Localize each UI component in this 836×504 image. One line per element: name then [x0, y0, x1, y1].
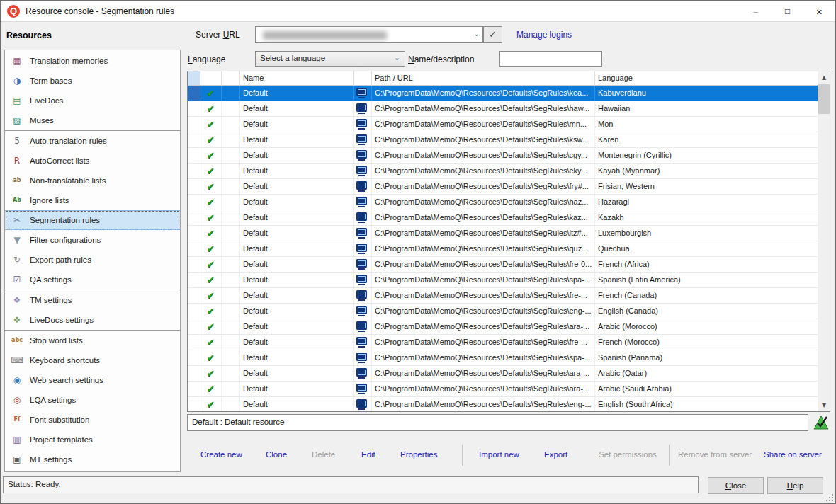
row-selector-cell[interactable] [188, 288, 200, 303]
table-row[interactable]: ✔ Default C:\ProgramData\MemoQ\Resources… [188, 304, 818, 319]
scroll-down-arrow-icon[interactable]: ▼ [818, 399, 830, 411]
sidebar-item-term-bases[interactable]: ◑ Term bases [5, 71, 180, 91]
sidebar-item-auto-translation-rules[interactable]: 5 Auto-translation rules [5, 131, 180, 151]
green-check-icon: ✔ [207, 384, 215, 394]
edit-description-icon[interactable] [812, 413, 830, 432]
sidebar-item-livedocs[interactable]: ▤ LiveDocs [5, 91, 180, 110]
language-filter-select[interactable]: Select a language ⌄ [255, 51, 405, 67]
computer-icon [356, 119, 367, 127]
row-selector-cell[interactable] [188, 382, 200, 396]
table-row[interactable]: ✔ Default C:\ProgramData\MemoQ\Resources… [188, 226, 818, 241]
table-row[interactable]: ✔ Default C:\ProgramData\MemoQ\Resources… [188, 101, 818, 117]
sidebar-item-web-search-settings[interactable]: ◉ Web search settings [5, 370, 180, 390]
import-new-button[interactable]: Import new [479, 450, 519, 459]
sidebar-item-label: LQA settings [30, 396, 76, 404]
scroll-up-arrow-icon[interactable]: ▲ [818, 71, 830, 84]
computer-icon [356, 290, 367, 299]
row-selector-cell[interactable] [188, 335, 200, 350]
table-row[interactable]: ✔ Default C:\ProgramData\MemoQ\Resources… [188, 179, 818, 195]
sidebar-item-tm-settings[interactable]: ❖ TM settings [5, 290, 180, 310]
table-row[interactable]: ✔ Default C:\ProgramData\MemoQ\Resources… [188, 241, 818, 257]
table-row[interactable]: ✔ Default C:\ProgramData\MemoQ\Resources… [188, 117, 818, 132]
resize-grip[interactable] [825, 493, 834, 502]
sidebar-item-ignore-lists[interactable]: Ab Ignore lists [5, 190, 180, 210]
row-selector-cell[interactable] [188, 350, 200, 365]
row-selector-cell[interactable] [188, 257, 200, 272]
sidebar-item-filter-configurations[interactable]: ▼ Filter configurations [5, 230, 180, 250]
help-button[interactable]: Help [767, 477, 823, 494]
manage-logins-link[interactable]: Manage logins [516, 30, 572, 40]
sidebar-item-stop-word-lists[interactable]: abc Stop word lists [5, 331, 180, 350]
computer-icon [356, 103, 367, 112]
header-name[interactable]: Name [240, 71, 354, 85]
table-row[interactable]: ✔ Default C:\ProgramData\MemoQ\Resources… [188, 257, 818, 273]
green-check-icon: ✔ [207, 244, 215, 254]
maximize-button[interactable]: □ [772, 1, 803, 22]
row-selector-cell[interactable] [188, 319, 200, 334]
table-row[interactable]: ✔ Default C:\ProgramData\MemoQ\Resources… [188, 210, 818, 226]
sidebar-item-livedocs-settings[interactable]: ❖ LiveDocs settings [5, 310, 180, 330]
row-selector-cell[interactable] [188, 226, 200, 241]
share-on-server-button[interactable]: Share on server [764, 450, 822, 459]
table-row[interactable]: ✔ Default C:\ProgramData\MemoQ\Resources… [188, 164, 818, 179]
row-selector-cell[interactable] [188, 241, 200, 256]
row-selector-cell[interactable] [188, 366, 200, 381]
export-button[interactable]: Export [544, 450, 567, 459]
table-row[interactable]: ✔ Default C:\ProgramData\MemoQ\Resources… [188, 195, 818, 210]
connect-check-button[interactable]: ✓ [483, 26, 502, 43]
row-selector-cell[interactable] [188, 304, 200, 319]
table-row[interactable]: ✔ Default C:\ProgramData\MemoQ\Resources… [188, 366, 818, 382]
table-row[interactable]: ✔ Default C:\ProgramData\MemoQ\Resources… [188, 86, 818, 101]
sidebar-item-font-substitution[interactable]: Ff Font substitution [5, 410, 180, 430]
sidebar-item-lqa-settings[interactable]: ◎ LQA settings [5, 390, 180, 410]
properties-button[interactable]: Properties [400, 450, 437, 459]
resource-description-box[interactable]: Default : Default resource [187, 414, 808, 431]
table-body: ✔ Default C:\ProgramData\MemoQ\Resources… [188, 86, 818, 411]
row-selector-cell[interactable] [188, 148, 200, 163]
minimize-button[interactable]: – [740, 1, 772, 22]
close-button[interactable]: Close [708, 477, 764, 494]
row-selector-cell[interactable] [188, 117, 200, 132]
close-window-button[interactable]: × [803, 1, 835, 22]
row-selector-cell[interactable] [188, 397, 200, 411]
sidebar-item-translation-memories[interactable]: ▦ Translation memories [5, 51, 180, 71]
clone-button[interactable]: Clone [266, 450, 287, 459]
edit-button[interactable]: Edit [361, 450, 375, 459]
auto-translation-rules-icon: 5 [10, 135, 24, 147]
row-selector-cell[interactable] [188, 132, 200, 147]
server-url-combobox[interactable]: ⌄ [255, 26, 483, 43]
row-selector-cell[interactable] [188, 179, 200, 194]
row-selector-cell[interactable] [188, 164, 200, 178]
row-selector-cell[interactable] [188, 195, 200, 210]
table-row[interactable]: ✔ Default C:\ProgramData\MemoQ\Resources… [188, 319, 818, 335]
vertical-scrollbar[interactable]: ▲ ▼ [818, 71, 830, 411]
row-selector-cell[interactable] [188, 101, 200, 116]
table-row[interactable]: ✔ Default C:\ProgramData\MemoQ\Resources… [188, 382, 818, 397]
sidebar-item-non-translatable-lists[interactable]: ab Non-translatable lists [5, 171, 180, 190]
table-row[interactable]: ✔ Default C:\ProgramData\MemoQ\Resources… [188, 288, 818, 304]
sidebar-item-export-path-rules[interactable]: ↻ Export path rules [5, 250, 180, 270]
header-path-url[interactable]: Path / URL [372, 71, 595, 85]
row-selector-cell[interactable] [188, 86, 200, 101]
sidebar-item-qa-settings[interactable]: ☑ QA settings [5, 270, 180, 290]
table-row[interactable]: ✔ Default C:\ProgramData\MemoQ\Resources… [188, 132, 818, 148]
table-row[interactable]: ✔ Default C:\ProgramData\MemoQ\Resources… [188, 350, 818, 366]
table-row[interactable]: ✔ Default C:\ProgramData\MemoQ\Resources… [188, 397, 818, 411]
create-new-button[interactable]: Create new [200, 450, 242, 459]
scrollbar-thumb[interactable] [818, 84, 830, 114]
table-row[interactable]: ✔ Default C:\ProgramData\MemoQ\Resources… [188, 273, 818, 288]
table-row[interactable]: ✔ Default C:\ProgramData\MemoQ\Resources… [188, 335, 818, 350]
cell-name: Default [240, 195, 354, 210]
sidebar-item-segmentation-rules[interactable]: ✂ Segmentation rules [5, 210, 180, 230]
row-selector-cell[interactable] [188, 273, 200, 287]
table-row[interactable]: ✔ Default C:\ProgramData\MemoQ\Resources… [188, 148, 818, 164]
row-selector-cell[interactable] [188, 210, 200, 225]
sidebar-item-project-templates[interactable]: ▥ Project templates [5, 430, 180, 449]
cell-name: Default [240, 335, 354, 350]
header-language[interactable]: Language [595, 71, 830, 85]
sidebar-item-muses[interactable]: ▨ Muses [5, 110, 180, 130]
sidebar-item-autocorrect-lists[interactable]: R AutoCorrect lists [5, 151, 180, 171]
chevron-down-icon[interactable]: ⌄ [474, 30, 480, 38]
sidebar-item-keyboard-shortcuts[interactable]: ⌨ Keyboard shortcuts [5, 350, 180, 370]
name-description-input[interactable] [499, 51, 602, 67]
